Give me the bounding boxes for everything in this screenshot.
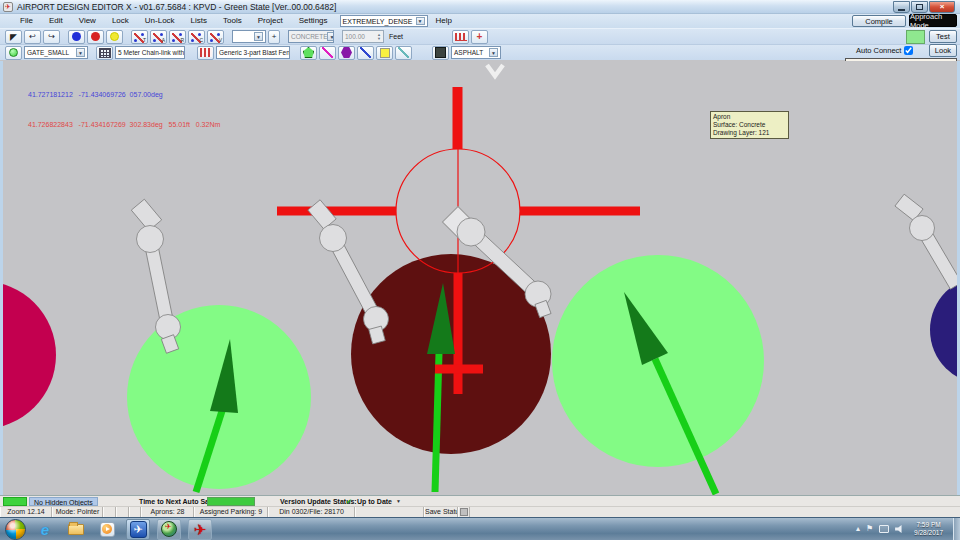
toolbar-row-2: GATE_SMALL▼ 5 Meter Chain-link with be▼ … xyxy=(0,44,960,60)
version-value-dropdown[interactable]: Up to Date xyxy=(357,497,392,506)
red-comb-icon xyxy=(455,33,467,41)
width-unit-label: Feet xyxy=(386,33,406,40)
vertex-tool-v-button[interactable]: V xyxy=(207,30,224,44)
chevron-down-icon[interactable]: ▼ xyxy=(327,32,334,41)
map-canvas[interactable]: 41.727181212 -71.434069726 057.00deg 41.… xyxy=(0,61,960,495)
blue-node-button[interactable] xyxy=(68,30,85,44)
vertex-tool-a-button[interactable]: A xyxy=(150,30,167,44)
width-spinner[interactable]: 100.00▲▼ xyxy=(342,30,384,43)
speaker-icon[interactable] xyxy=(895,525,904,533)
menu-lists[interactable]: Lists xyxy=(183,14,215,28)
jetway-middle[interactable] xyxy=(308,200,389,344)
add-button[interactable]: + xyxy=(268,30,280,44)
empty-dropdown[interactable]: ▼ xyxy=(232,30,266,43)
tooltip-title: Apron xyxy=(713,113,786,121)
compile-button[interactable]: Compile xyxy=(852,15,906,27)
add-red-button[interactable]: + xyxy=(471,30,488,44)
vertex-tool-r-button[interactable]: R xyxy=(169,30,186,44)
vertex-tool-t-button[interactable]: T xyxy=(131,30,148,44)
menu-project[interactable]: Project xyxy=(250,14,291,28)
flag-icon[interactable]: ⚑ xyxy=(866,525,873,533)
taskbar-flight-sim-icon[interactable]: ✈ xyxy=(126,519,150,540)
menu-lock[interactable]: Lock xyxy=(104,14,137,28)
menu-tools[interactable]: Tools xyxy=(215,14,250,28)
apron-tool-button[interactable] xyxy=(432,46,449,60)
red-dot-icon xyxy=(91,32,100,41)
menu-file[interactable]: File xyxy=(12,14,41,28)
internet-explorer-icon: e xyxy=(41,522,49,537)
network-icon[interactable] xyxy=(879,525,889,533)
close-icon: × xyxy=(940,3,945,11)
hexagon-tool-button[interactable] xyxy=(338,46,355,60)
media-player-icon xyxy=(100,522,115,537)
spinner-arrows-icon[interactable]: ▲▼ xyxy=(377,33,381,41)
airplane-blue-icon: ✈ xyxy=(130,521,147,538)
start-button[interactable] xyxy=(5,519,26,540)
taskbar-ie-icon[interactable]: e xyxy=(33,519,57,540)
look-button[interactable]: Look xyxy=(929,44,957,57)
window-border-left xyxy=(0,61,3,517)
comb-tool-button[interactable] xyxy=(452,30,469,44)
yellow-square-icon xyxy=(380,48,390,58)
undo-icon: ↩ xyxy=(29,32,36,41)
vertex-tool-c-button[interactable]: C xyxy=(188,30,205,44)
menu-help[interactable]: Help xyxy=(428,14,460,28)
coordinate-line-blue: 41.727181212 -71.434069726 057.00deg xyxy=(28,90,220,100)
status-bar-top: No Hidden Objects Time to Next Auto Save… xyxy=(0,495,960,506)
green-dot-icon xyxy=(9,48,18,57)
polygon-tool-button[interactable] xyxy=(300,46,317,60)
title-bar[interactable]: ✈ AIRPORT DESIGN EDITOR X - v01.67.5684 … xyxy=(0,0,960,14)
taskbar-media-player-icon[interactable] xyxy=(95,519,119,540)
red-pattern-icon xyxy=(200,48,212,57)
chevron-down-icon[interactable]: ▼ xyxy=(416,17,425,25)
menu-settings[interactable]: Settings xyxy=(291,14,336,28)
test-color-swatch xyxy=(906,30,925,44)
crosshair-lower-bar xyxy=(435,365,483,374)
apron-navy[interactable] xyxy=(930,276,960,384)
taskbar-globe-app-icon[interactable]: ✈ xyxy=(157,519,181,540)
jetway-left[interactable] xyxy=(131,199,180,353)
blast-fence-dropdown[interactable]: Generic 3-part Blast Fence▼ xyxy=(216,46,290,59)
chevron-down-icon[interactable]: ▼ xyxy=(489,48,498,57)
clock-date: 9/28/2017 xyxy=(914,529,943,537)
blue-dot-icon xyxy=(72,32,81,41)
approach-mode-button[interactable]: Approach Mode xyxy=(909,14,957,27)
minimize-button[interactable] xyxy=(893,1,910,13)
fence-tool-button[interactable] xyxy=(96,46,113,60)
yellow-node-button[interactable] xyxy=(106,30,123,44)
dashed-line-tool-button[interactable] xyxy=(395,46,412,60)
show-hidden-icons-button[interactable]: ▴ xyxy=(856,525,860,533)
green-polygon-icon xyxy=(303,47,314,58)
apron-magenta[interactable] xyxy=(0,281,56,429)
no-hidden-objects-toggle[interactable]: No Hidden Objects xyxy=(29,497,98,506)
jetway-right[interactable] xyxy=(895,194,960,289)
taskbar-ade-icon[interactable]: ✈ xyxy=(188,519,212,540)
blast-fence-tool-button[interactable] xyxy=(197,46,214,60)
blue-line-tool-button[interactable] xyxy=(357,46,374,60)
auto-connect-checkbox[interactable] xyxy=(904,46,913,55)
chevron-down-icon[interactable]: ▼ xyxy=(76,48,85,57)
gate-dropdown[interactable]: GATE_SMALL▼ xyxy=(24,46,88,59)
yellow-area-tool-button[interactable] xyxy=(376,46,393,60)
surface-dropdown[interactable]: CONCRETE▼ xyxy=(288,30,334,43)
menu-edit[interactable]: Edit xyxy=(41,14,71,28)
magenta-line-tool-button[interactable] xyxy=(319,46,336,60)
undo-button[interactable]: ↩ xyxy=(24,30,41,44)
density-dropdown[interactable]: EXTREMELY_DENSE ▼ xyxy=(340,15,428,27)
pointer-tool-button[interactable]: ◤ xyxy=(5,30,22,44)
test-button[interactable]: Test xyxy=(929,30,957,43)
red-node-button[interactable] xyxy=(87,30,104,44)
chevron-down-icon[interactable]: ▼ xyxy=(396,497,401,506)
taskbar-explorer-icon[interactable] xyxy=(64,519,88,540)
material-dropdown[interactable]: ASPHALT▼ xyxy=(451,46,501,59)
menu-unlock[interactable]: Un-Lock xyxy=(137,14,183,28)
show-desktop-button[interactable] xyxy=(953,518,960,540)
gate-tool-button[interactable] xyxy=(5,46,22,60)
red-plus-icon: + xyxy=(477,31,483,42)
blue-line-icon xyxy=(360,47,371,58)
menu-view[interactable]: View xyxy=(71,14,104,28)
fence-dropdown[interactable]: 5 Meter Chain-link with be▼ xyxy=(115,46,185,59)
chevron-down-icon[interactable]: ▼ xyxy=(254,32,263,41)
redo-button[interactable]: ↪ xyxy=(43,30,60,44)
taskbar-clock[interactable]: 7:59 PM 9/28/2017 xyxy=(910,521,947,537)
